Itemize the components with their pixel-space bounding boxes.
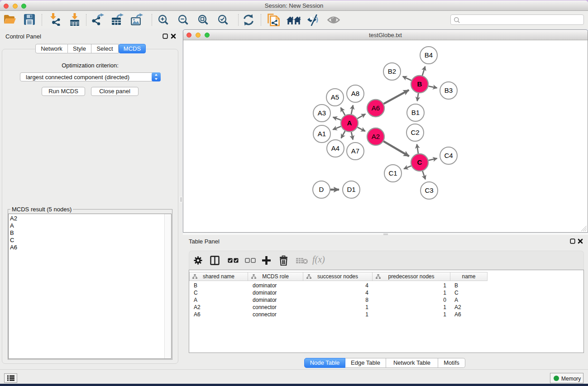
- svg-text:A: A: [347, 119, 352, 127]
- svg-text:B1: B1: [411, 109, 420, 116]
- svg-text:A5: A5: [331, 93, 339, 101]
- svg-text:D: D: [319, 186, 324, 193]
- svg-text:A7: A7: [351, 147, 359, 155]
- svg-text:C4: C4: [444, 152, 453, 159]
- svg-text:B: B: [417, 80, 422, 88]
- svg-text:B3: B3: [445, 86, 453, 94]
- svg-text:C2: C2: [411, 129, 419, 136]
- svg-text:A4: A4: [331, 144, 339, 152]
- svg-text:A3: A3: [318, 109, 326, 117]
- svg-text:C1: C1: [388, 169, 397, 177]
- svg-text:A2: A2: [372, 133, 380, 140]
- svg-text:A6: A6: [372, 104, 380, 112]
- svg-text:A8: A8: [351, 90, 359, 97]
- svg-text:D1: D1: [347, 186, 355, 193]
- svg-text:C: C: [417, 158, 422, 166]
- svg-text:A1: A1: [318, 130, 326, 138]
- svg-text:B2: B2: [388, 67, 396, 75]
- svg-text:C3: C3: [425, 186, 433, 194]
- svg-text:B4: B4: [425, 51, 433, 59]
